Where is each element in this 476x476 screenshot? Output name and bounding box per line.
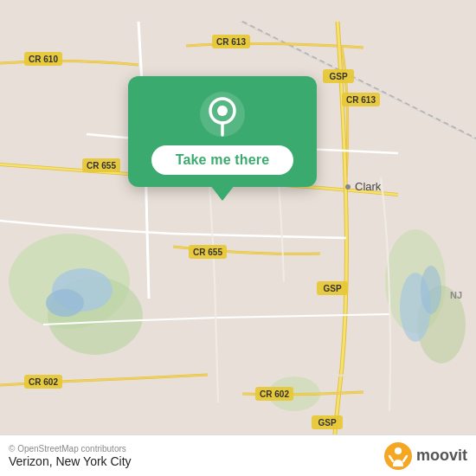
osm-attribution: © OpenStreetMap contributors [9, 444, 132, 453]
svg-point-26 [217, 106, 228, 116]
bottom-bar: © OpenStreetMap contributors Verizon, Ne… [0, 434, 476, 476]
cr613-right-label: CR 613 [346, 95, 376, 105]
svg-text:NJ: NJ [450, 290, 462, 300]
map-background: NJ CR 610 CR 613 CR 613 CR 655 CR 655 GS… [0, 0, 476, 476]
svg-point-9 [421, 266, 441, 314]
moovit-logo: moovit [384, 442, 467, 470]
cr655-left-label: CR 655 [87, 161, 116, 170]
cr613-top-label: CR 613 [216, 37, 246, 47]
location-name: Verizon, New York City [9, 454, 132, 468]
cr602-bottom-label: CR 602 [260, 389, 289, 399]
gsp-bottom-label: GSP [318, 418, 336, 428]
moovit-icon [384, 442, 412, 470]
gsp-mid-label: GSP [323, 284, 341, 293]
cr655-center-label: CR 655 [193, 248, 222, 257]
gsp-top-label: GSP [329, 72, 347, 81]
bottom-left-info: © OpenStreetMap contributors Verizon, Ne… [9, 444, 132, 468]
cr602-left-label: CR 602 [29, 377, 58, 387]
location-pin-icon [200, 92, 245, 137]
clark-label: Clark [355, 180, 382, 193]
svg-point-7 [46, 289, 84, 317]
svg-point-28 [395, 447, 402, 454]
cr610-label: CR 610 [29, 55, 58, 64]
take-me-there-button[interactable]: Take me there [151, 145, 294, 175]
svg-point-23 [345, 184, 351, 190]
moovit-brand-text: moovit [416, 447, 467, 465]
popup-card: Take me there [128, 76, 317, 187]
map-container: NJ CR 610 CR 613 CR 613 CR 655 CR 655 GS… [0, 0, 476, 476]
